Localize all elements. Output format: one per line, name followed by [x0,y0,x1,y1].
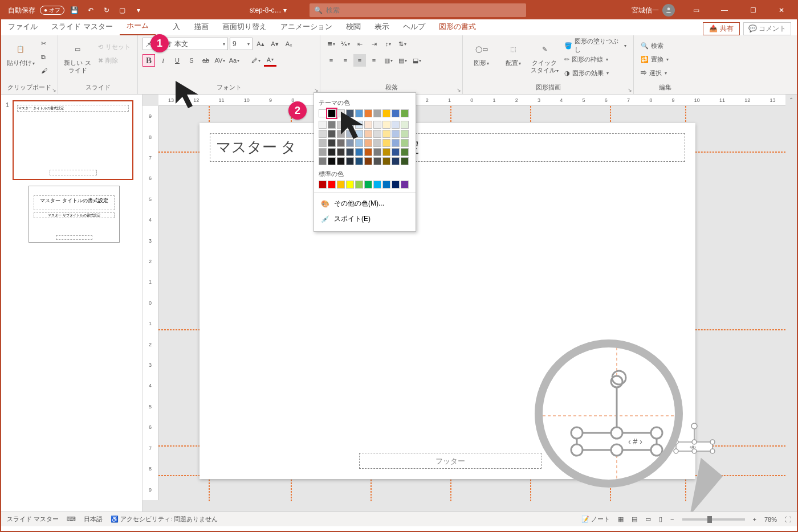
shape-effects-button[interactable]: ◑図形の効果▾ [562,67,629,79]
shape-fill-button[interactable]: 🪣図形の塗りつぶし▾ [562,40,629,51]
tab-insert[interactable]: 入 [166,18,187,35]
arrange-button[interactable]: ⬚配置▾ [499,38,527,67]
color-swatch[interactable] [392,181,400,189]
color-swatch[interactable] [337,157,345,165]
color-swatch[interactable] [373,181,381,189]
eyedropper-item[interactable]: 💉スポイト(E) [319,211,411,227]
color-swatch[interactable] [401,157,409,165]
canvas[interactable]: 13121110987654321012345678910111213 9876… [142,95,797,511]
save-icon[interactable]: 💾 [69,6,80,14]
color-swatch[interactable] [392,121,400,129]
tab-transitions[interactable]: 画面切り替え [215,18,274,35]
color-swatch[interactable] [337,181,345,189]
tab-animations[interactable]: アニメーション [274,18,339,35]
view-normal-icon[interactable]: ▦ [618,515,624,523]
maximize-button[interactable]: ☐ [740,2,766,19]
color-swatch[interactable] [382,130,390,138]
thumbnail-master[interactable]: マスター タイトルの書式設定 [13,100,133,180]
align-left-button[interactable]: ≡ [325,54,337,67]
new-slide-button[interactable]: ▭ 新しい スライド [63,38,92,74]
color-swatch[interactable] [401,130,409,138]
search-box[interactable]: 🔍 [310,3,526,17]
color-swatch[interactable] [392,139,400,147]
color-swatch[interactable] [373,139,381,147]
line-spacing-button[interactable]: ↕▾ [382,38,394,50]
color-swatch[interactable] [346,157,354,165]
a11y-status[interactable]: ♿ アクセシビリティ: 問題ありません [111,515,218,523]
view-sorter-icon[interactable]: ▤ [632,515,637,523]
align-text-button[interactable]: ▤▾ [396,54,409,67]
find-button[interactable]: 🔍検索 [638,40,692,51]
color-swatch[interactable] [382,181,390,189]
color-swatch[interactable] [328,157,336,165]
shapes-button[interactable]: ◯▭図形▾ [467,38,495,67]
select-button[interactable]: ⭆選択▾ [638,67,692,79]
tab-help[interactable]: ヘルプ [396,18,432,35]
spellcheck-icon[interactable]: ⌨ [67,515,76,523]
grow-font-button[interactable]: A▴ [254,38,267,50]
tab-draw[interactable]: 描画 [187,18,215,35]
color-swatch[interactable] [392,157,400,165]
cut-button[interactable]: ✂ [39,38,50,49]
color-swatch[interactable] [373,130,381,138]
text-shadow-button[interactable]: S [185,54,198,67]
bullets-button[interactable]: ≣▾ [325,38,337,50]
footer-placeholder[interactable]: フッター [359,453,542,469]
color-swatch[interactable] [328,109,336,117]
fit-window-icon[interactable]: ⛶ [785,516,791,523]
color-swatch[interactable] [328,121,336,129]
quick-styles-button[interactable]: ✎クイック スタイル▾ [531,38,559,74]
horizontal-ruler[interactable]: 13121110987654321012345678910111213 [158,95,785,106]
ribbon-options-icon[interactable]: ▭ [683,2,709,19]
color-swatch[interactable] [319,148,327,156]
thumbnail-layout[interactable]: マスター タイトルの書式設定 マスター サブタイトルの書式設定 [28,186,120,243]
text-direction-button[interactable]: ⇅▾ [396,38,409,50]
font-size-combo[interactable]: 9▾ [230,38,253,50]
color-swatch[interactable] [364,148,372,156]
view-reading-icon[interactable]: ▭ [645,515,651,523]
color-swatch[interactable] [382,109,390,117]
zoom-in-button[interactable]: + [753,516,756,523]
color-swatch[interactable] [355,157,363,165]
share-button[interactable]: 📤 共有 [703,22,739,35]
color-swatch[interactable] [401,148,409,156]
view-slideshow-icon[interactable]: ▯ [659,515,662,523]
align-center-button[interactable]: ≡ [339,54,352,67]
font-color-button[interactable]: A▾ [264,54,276,67]
clear-format-button[interactable]: Aₓ [283,38,295,50]
status-lang[interactable]: 日本語 [84,515,103,523]
color-swatch[interactable] [382,139,390,147]
color-swatch[interactable] [355,181,363,189]
align-right-button[interactable]: ≡ [353,54,366,67]
color-swatch[interactable] [373,109,381,117]
color-swatch[interactable] [319,181,327,189]
tab-home[interactable]: ホーム [120,17,156,35]
change-case-button[interactable]: Aa▾ [228,54,241,67]
color-swatch[interactable] [328,181,336,189]
color-swatch[interactable] [346,181,354,189]
color-swatch[interactable] [401,121,409,129]
highlight-button[interactable]: 🖉▾ [250,54,262,67]
color-swatch[interactable] [328,139,336,147]
numbering-button[interactable]: ⅓▾ [339,38,352,50]
color-swatch[interactable] [373,157,381,165]
color-swatch[interactable] [382,121,390,129]
paragraph-launcher-icon[interactable]: ↘ [457,87,461,93]
color-swatch[interactable] [382,157,390,165]
color-swatch[interactable] [337,148,345,156]
reset-button[interactable]: ⟲リセット [96,41,133,52]
increase-indent-button[interactable]: ⇥ [368,38,380,50]
vertical-ruler[interactable]: 9876543210123456789 [142,106,158,500]
color-swatch[interactable] [401,139,409,147]
comment-button[interactable]: 💬 コメント [743,22,791,35]
color-swatch[interactable] [401,181,409,189]
color-swatch[interactable] [392,109,400,117]
color-swatch[interactable] [364,157,372,165]
notes-button[interactable]: 📝 ノート [581,515,610,523]
zoom-out-button[interactable]: − [670,516,674,523]
tab-view[interactable]: 表示 [368,18,396,35]
zoom-level[interactable]: 78% [764,516,777,523]
strikethrough-button[interactable]: ab [199,54,212,67]
color-swatch[interactable] [364,181,372,189]
color-swatch[interactable] [392,148,400,156]
